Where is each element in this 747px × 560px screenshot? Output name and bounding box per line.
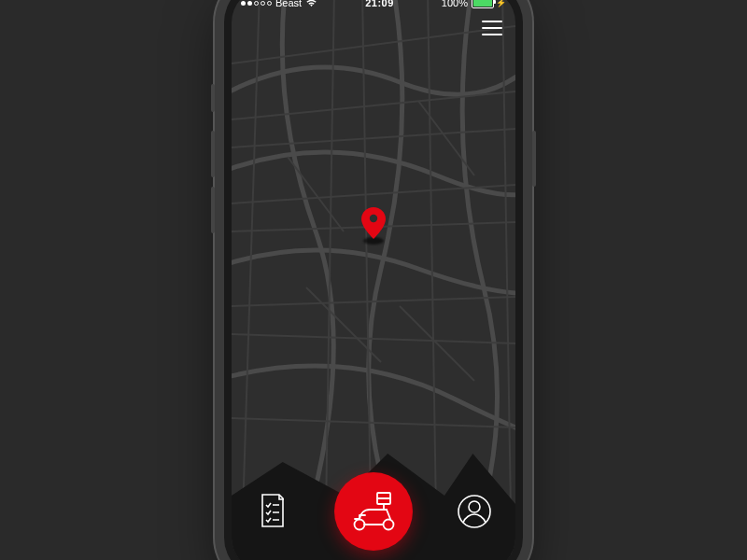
phone-screen: Beast 21:09 100% ⚡ [232,0,515,560]
svg-point-5 [469,501,480,512]
phone-mute-switch [211,84,215,112]
nav-profile-button[interactable] [454,491,495,532]
svg-point-0 [370,215,377,222]
nav-delivery-fab[interactable] [334,472,413,551]
menu-button[interactable] [482,21,502,35]
map-pin-icon [361,207,386,239]
profile-icon [457,494,492,529]
svg-point-3 [384,520,394,530]
nav-orders-button[interactable] [252,491,293,532]
map-pin[interactable] [361,207,386,239]
status-left: Beast [241,0,317,8]
svg-point-2 [355,520,365,530]
phone-power-button [532,131,536,187]
status-bar: Beast 21:09 100% ⚡ [232,0,515,13]
mockup-stage: Beast 21:09 100% ⚡ [0,0,747,560]
carrier-label: Beast [275,0,302,8]
bottom-nav [232,472,515,551]
scooter-delivery-icon [349,491,398,532]
signal-dots [241,1,272,6]
battery-pct: 100% [442,0,468,8]
status-right: 100% ⚡ [442,0,506,8]
battery-icon: ⚡ [472,0,506,8]
clock: 21:09 [365,0,394,8]
phone-frame: Beast 21:09 100% ⚡ [224,0,523,560]
checklist-icon [257,493,289,530]
phone-volume-up [211,131,215,177]
wifi-icon [305,0,317,7]
phone-volume-down [211,187,215,233]
